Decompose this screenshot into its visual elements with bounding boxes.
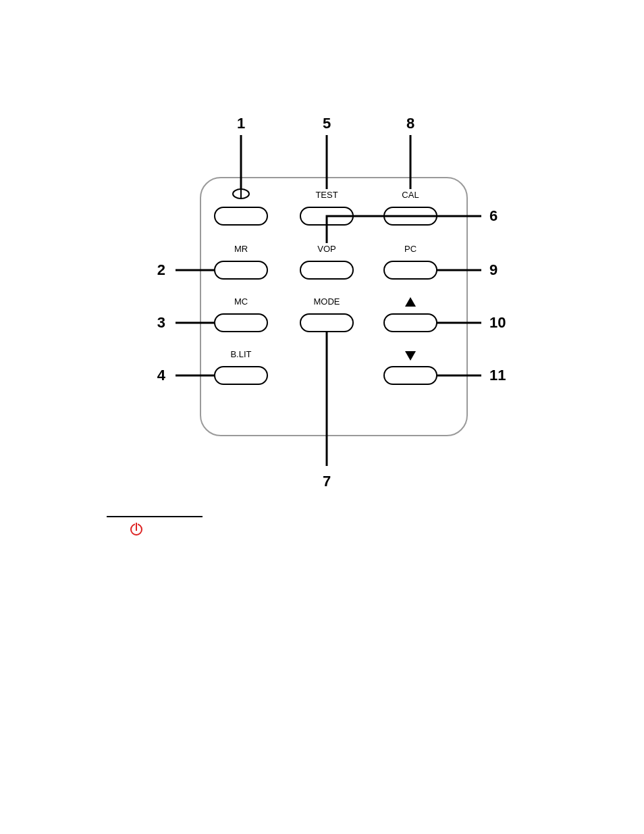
- callout-9: 9: [489, 261, 498, 278]
- label-pc: PC: [404, 244, 417, 254]
- vop-button[interactable]: [300, 261, 353, 279]
- page-root: TEST CAL MR VOP PC MC MODE B.LIT 1 5 8 2…: [0, 0, 644, 834]
- callout-11: 11: [489, 367, 506, 384]
- callout-6: 6: [489, 207, 498, 224]
- label-mode: MODE: [314, 296, 340, 307]
- callout-5: 5: [323, 115, 331, 132]
- mr-button[interactable]: [215, 261, 267, 279]
- blit-button[interactable]: [215, 367, 267, 384]
- callout-3: 3: [157, 314, 165, 331]
- label-cal: CAL: [402, 190, 419, 200]
- pc-button[interactable]: [384, 261, 437, 279]
- power-symbol-icon: [131, 522, 142, 535]
- label-mc: MC: [234, 296, 248, 307]
- label-vop: VOP: [317, 244, 336, 254]
- mc-button[interactable]: [215, 314, 267, 332]
- callout-2: 2: [157, 261, 165, 278]
- label-mr: MR: [234, 244, 248, 254]
- up-button[interactable]: [384, 314, 437, 332]
- callout-7: 7: [323, 473, 331, 490]
- callout-8: 8: [406, 115, 414, 132]
- label-blit: B.LIT: [230, 349, 251, 359]
- down-button[interactable]: [384, 367, 437, 384]
- callout-1: 1: [237, 115, 245, 132]
- mode-button[interactable]: [300, 314, 353, 332]
- power-button[interactable]: [215, 207, 267, 225]
- label-test: TEST: [315, 190, 338, 200]
- diagram-svg: TEST CAL MR VOP PC MC MODE B.LIT 1 5 8 2…: [0, 0, 644, 834]
- callout-10: 10: [489, 314, 506, 331]
- callout-4: 4: [157, 367, 166, 384]
